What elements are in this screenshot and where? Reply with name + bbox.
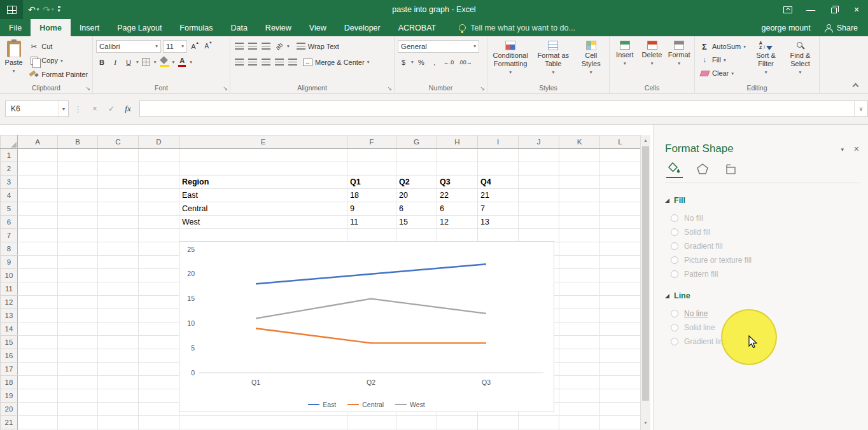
borders-button[interactable] [141, 56, 152, 69]
decrease-indent-button[interactable] [274, 56, 285, 69]
cell-D9[interactable] [139, 256, 179, 269]
cell-K15[interactable] [559, 336, 600, 349]
cell-D21[interactable] [139, 416, 179, 429]
cell-C3[interactable] [98, 176, 139, 189]
font-size-select[interactable]: 11▾ [163, 40, 187, 53]
cell-D14[interactable] [139, 322, 179, 336]
cell-H7[interactable] [437, 229, 478, 242]
vertical-scrollbar[interactable]: ▲ ▼ [640, 135, 650, 430]
fill-color-button[interactable] [158, 56, 171, 69]
customize-qat-button[interactable]: ▾ [58, 6, 60, 13]
decrease-decimal-button[interactable]: .00→ [457, 56, 473, 69]
cell-I4[interactable]: 21 [478, 189, 519, 202]
tab-review[interactable]: Review [256, 19, 300, 36]
bottom-align-button[interactable] [260, 40, 272, 53]
enter-check-icon[interactable]: ✓ [104, 101, 119, 117]
cell-K3[interactable] [559, 176, 600, 189]
top-align-button[interactable] [234, 40, 245, 53]
clear-button[interactable]: Clear▾ [698, 67, 747, 80]
cell-I7[interactable] [478, 229, 519, 242]
cell-K17[interactable] [559, 363, 600, 376]
cell-C12[interactable] [98, 296, 139, 309]
cell-K14[interactable] [559, 322, 600, 336]
cell-E3[interactable]: Region [179, 176, 347, 189]
cell-L16[interactable] [600, 349, 641, 363]
column-header-I[interactable]: I [478, 135, 519, 149]
option-no-fill[interactable]: No fill [665, 211, 859, 225]
column-header-G[interactable]: G [396, 135, 437, 149]
row-header-11[interactable]: 11 [1, 282, 18, 296]
row-header-15[interactable]: 15 [1, 336, 18, 349]
cell-C5[interactable] [98, 202, 139, 216]
cell-K16[interactable] [559, 349, 600, 363]
cell-K18[interactable] [559, 376, 600, 389]
cell-E5[interactable]: Central [179, 202, 347, 216]
cell-D15[interactable] [139, 336, 179, 349]
dialog-launcher-icon[interactable]: ↘ [223, 86, 228, 92]
effects-tab[interactable] [694, 162, 711, 178]
cell-B15[interactable] [58, 336, 98, 349]
cell-D18[interactable] [139, 376, 179, 389]
cell-C10[interactable] [98, 269, 139, 282]
tab-acrobat[interactable]: ACROBAT [389, 19, 445, 36]
cell-K6[interactable] [559, 216, 600, 229]
share-button[interactable]: Share [825, 24, 858, 32]
cell-D17[interactable] [139, 363, 179, 376]
cell-B17[interactable] [58, 363, 98, 376]
cell-A2[interactable] [18, 162, 58, 176]
embedded-line-chart[interactable]: 0510152025Q1Q2Q3 EastCentralWest [179, 241, 554, 412]
cell-L5[interactable] [600, 202, 641, 216]
row-header-21[interactable]: 21 [1, 416, 18, 429]
cell-I1[interactable] [478, 149, 519, 162]
cell-J7[interactable] [519, 229, 559, 242]
orientation-button[interactable]: ab [274, 40, 285, 53]
pane-close-icon[interactable]: × [854, 144, 859, 154]
user-name[interactable]: george mount [762, 24, 811, 32]
cell-B12[interactable] [58, 296, 98, 309]
cell-B7[interactable] [58, 229, 98, 242]
cell-G1[interactable] [396, 149, 437, 162]
row-header-18[interactable]: 18 [1, 376, 18, 389]
cell-C11[interactable] [98, 282, 139, 296]
align-left-button[interactable] [234, 56, 245, 69]
cell-J3[interactable] [519, 176, 559, 189]
cell-A4[interactable] [18, 189, 58, 202]
tab-file[interactable]: File [0, 19, 31, 36]
cell-D16[interactable] [139, 349, 179, 363]
cell-I3[interactable]: Q4 [478, 176, 519, 189]
cell-F4[interactable]: 18 [347, 189, 396, 202]
fill-button[interactable]: ↓Fill▾ [698, 53, 747, 66]
number-format-select[interactable]: General▾ [398, 40, 479, 53]
cell-G6[interactable]: 15 [396, 216, 437, 229]
cell-J1[interactable] [519, 149, 559, 162]
cell-B20[interactable] [58, 403, 98, 416]
cell-C1[interactable] [98, 149, 139, 162]
formula-input[interactable] [139, 101, 854, 117]
cell-E4[interactable]: East [179, 189, 347, 202]
increase-decimal-button[interactable]: ←.0 [442, 56, 456, 69]
cell-J2[interactable] [519, 162, 559, 176]
cell-I21[interactable] [478, 416, 519, 429]
column-header-J[interactable]: J [519, 135, 559, 149]
cell-D2[interactable] [139, 162, 179, 176]
underline-button[interactable]: U [123, 56, 134, 69]
cell-D5[interactable] [139, 202, 179, 216]
tab-home[interactable]: Home [31, 19, 71, 36]
cell-E1[interactable] [179, 149, 347, 162]
cell-A18[interactable] [18, 376, 58, 389]
tab-view[interactable]: View [300, 19, 335, 36]
cell-F5[interactable]: 9 [347, 202, 396, 216]
cut-button[interactable]: ✂Cut [27, 40, 89, 53]
conditional-formatting-button[interactable]: Conditional Formatting ▾ [491, 39, 530, 83]
cell-C9[interactable] [98, 256, 139, 269]
autosum-button[interactable]: ΣAutoSum▾ [698, 40, 747, 53]
column-header-F[interactable]: F [347, 135, 396, 149]
cell-I2[interactable] [478, 162, 519, 176]
cell-D13[interactable] [139, 309, 179, 322]
cell-H5[interactable]: 6 [437, 202, 478, 216]
center-button[interactable] [247, 56, 258, 69]
cell-A13[interactable] [18, 309, 58, 322]
cell-C16[interactable] [98, 349, 139, 363]
cell-L17[interactable] [600, 363, 641, 376]
cell-K20[interactable] [559, 403, 600, 416]
